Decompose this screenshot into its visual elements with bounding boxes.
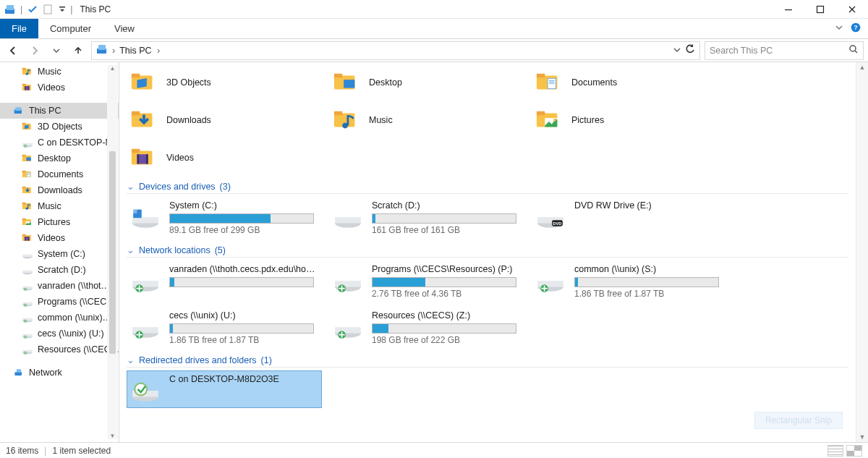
scroll-down-icon[interactable]: ▼ (856, 432, 868, 442)
recent-locations-button[interactable] (48, 42, 65, 59)
nav-item[interactable]: common (\\unix)… (0, 310, 119, 326)
nav-item[interactable]: C on DESKTOP-M… (0, 135, 119, 150)
netdrive-icon (22, 312, 33, 323)
drive-label: System (C:) (169, 200, 314, 211)
folder-item[interactable]: Videos (127, 140, 322, 175)
nav-scrollbar[interactable]: ▲ ▼ (107, 65, 118, 439)
svg-rect-16 (98, 45, 106, 50)
drive-subtext: 161 GB free of 161 GB (372, 225, 516, 235)
nav-item[interactable]: Pictures (0, 214, 119, 230)
drive-item[interactable]: vanraden (\\thoth.cecs.pdx.edu\home04) (… (127, 260, 322, 302)
nav-item[interactable]: 3D Objects (0, 119, 119, 135)
content-pane[interactable]: 3D ObjectsDesktopDocumentsDownloadsMusic… (119, 62, 856, 442)
tab-computer[interactable]: Computer (38, 19, 103, 38)
nav-item[interactable]: Documents (0, 166, 119, 182)
nav-item[interactable]: Scratch (D:) (0, 262, 119, 278)
qat-customize-icon[interactable] (59, 4, 66, 15)
svg-rect-49 (146, 154, 148, 164)
netdrive-icon (333, 264, 363, 294)
group-header-redirected[interactable]: ⌄ Redirected drives and folders (1) (127, 355, 848, 368)
tab-view[interactable]: View (103, 19, 146, 38)
up-button[interactable] (69, 42, 87, 59)
nav-item[interactable]: cecs (\\unix) (U:) (0, 326, 119, 342)
drive-label: Scratch (D:) (372, 200, 516, 211)
folder-item[interactable]: Documents (532, 65, 727, 100)
maximize-button[interactable] (804, 0, 836, 19)
help-icon[interactable]: ? (851, 22, 861, 35)
drive-item[interactable]: Programs (\\CECS\Resources) (P:)2.76 TB … (329, 260, 524, 302)
nav-item[interactable]: Network (0, 365, 119, 381)
drive-item[interactable]: cecs (\\unix) (U:)1.86 TB free of 1.87 T… (127, 307, 322, 349)
nav-item[interactable]: Videos (0, 230, 119, 246)
svg-rect-37 (17, 369, 21, 372)
drive-subtext: 89.1 GB free of 299 GB (169, 225, 314, 235)
address-dropdown-icon[interactable] (673, 46, 681, 56)
pictures-icon (535, 106, 563, 134)
scroll-track[interactable] (856, 72, 868, 432)
chevron-down-icon: ⌄ (127, 181, 135, 192)
drive-item[interactable]: Scratch (D:)161 GB free of 161 GB (329, 197, 524, 239)
nav-item[interactable]: Desktop (0, 150, 119, 166)
large-icons-view-button[interactable] (846, 445, 862, 457)
refresh-icon[interactable] (685, 44, 695, 56)
details-view-button[interactable] (827, 445, 843, 457)
address-bar[interactable]: › This PC › (91, 41, 700, 60)
usage-bar (372, 277, 516, 287)
folder-item[interactable]: Downloads (127, 103, 322, 137)
drive-icon (333, 200, 363, 231)
close-button[interactable] (836, 0, 868, 19)
breadcrumb-chev-icon[interactable]: › (112, 46, 115, 56)
nav-item[interactable]: Videos (0, 80, 119, 96)
svg-rect-40 (548, 78, 556, 88)
svg-rect-24 (25, 125, 29, 130)
folder-item[interactable]: Pictures (532, 103, 727, 137)
nav-item[interactable]: Resources (\\CEC… (0, 342, 119, 357)
nav-item[interactable]: System (C:) (0, 246, 119, 262)
minimize-button[interactable] (773, 0, 804, 19)
nav-item[interactable]: vanraden (\\thot… (0, 278, 119, 294)
ribbon-collapse-icon[interactable] (835, 23, 843, 34)
nav-item[interactable]: This PC (0, 103, 119, 119)
folder-label: Documents (571, 77, 617, 88)
breadcrumb-segment[interactable]: This PC › (119, 46, 160, 56)
search-input[interactable]: Search This PC (705, 41, 864, 60)
nav-item[interactable]: Music (0, 64, 119, 80)
drives-grid: System (C:)89.1 GB free of 299 GB Scratc… (127, 197, 848, 239)
music-icon (22, 66, 33, 77)
nav-scroll-thumb[interactable] (109, 151, 116, 354)
nav-item[interactable]: Programs (\\CEC… (0, 294, 119, 310)
drive-item[interactable]: Resources (\\CECS) (Z:)198 GB free of 22… (329, 307, 524, 349)
content-scrollbar[interactable]: ▲ ▼ (856, 62, 868, 442)
navigation-pane[interactable]: MusicVideosThis PC3D ObjectsC on DESKTOP… (0, 62, 119, 442)
nav-item[interactable]: Downloads (0, 182, 119, 198)
folder-item[interactable]: Music (329, 103, 524, 137)
svg-text:?: ? (854, 24, 858, 31)
drive-item[interactable]: common (\\unix) (S:)1.86 TB free of 1.87… (532, 260, 727, 302)
group-header-drives[interactable]: ⌄ Devices and drives (3) (127, 181, 848, 194)
file-tab[interactable]: File (0, 19, 38, 38)
docs-icon (22, 169, 33, 180)
group-header-netloc[interactable]: ⌄ Network locations (5) (127, 245, 848, 258)
back-button[interactable] (4, 42, 22, 59)
netdrive-icon (130, 310, 161, 341)
drive-item[interactable]: System (C:)89.1 GB free of 299 GB (127, 197, 322, 239)
folder-item[interactable]: 3D Objects (127, 65, 322, 100)
drive-item[interactable]: C on DESKTOP-M8D2O3E (127, 370, 322, 408)
scroll-up-icon[interactable]: ▲ (856, 62, 868, 72)
drive-icon (22, 264, 33, 276)
nav-item-label: Videos (38, 233, 65, 243)
redirect-icon (130, 374, 161, 404)
netloc-grid: vanraden (\\thoth.cecs.pdx.edu\home04) (… (127, 260, 848, 349)
svg-rect-21 (28, 86, 29, 90)
forward-button[interactable] (26, 42, 43, 59)
folder-item[interactable]: Desktop (329, 65, 524, 100)
drive-item[interactable]: DVD RW Drive (E:) (532, 197, 727, 239)
netdrive-icon (333, 310, 363, 341)
qat-new-folder-icon[interactable] (43, 4, 54, 15)
nav-item[interactable]: Music (0, 198, 119, 214)
qat-properties-icon[interactable] (27, 4, 38, 15)
nav-item-label: 3D Objects (38, 122, 82, 132)
folder-label: Music (369, 115, 393, 125)
netdrive-icon (22, 328, 33, 339)
search-placeholder: Search This PC (710, 46, 773, 56)
